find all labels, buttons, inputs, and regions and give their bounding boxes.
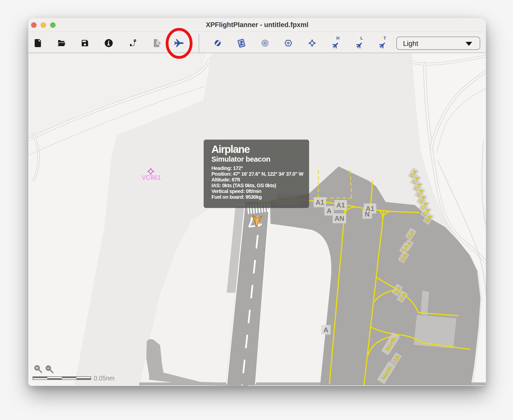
svg-text:H: H	[336, 36, 339, 41]
svg-text:T: T	[383, 36, 386, 41]
svg-text:A: A	[323, 326, 328, 334]
svg-text:A1: A1	[316, 199, 324, 206]
svg-text:L: L	[360, 36, 363, 41]
svg-text:AN: AN	[335, 215, 344, 222]
svg-text:A: A	[327, 207, 332, 215]
svg-text:A1: A1	[336, 201, 345, 209]
svg-text:0.05nm: 0.05nm	[94, 375, 114, 382]
svg-text:VC861: VC861	[142, 174, 161, 181]
svg-text:N: N	[365, 211, 370, 218]
